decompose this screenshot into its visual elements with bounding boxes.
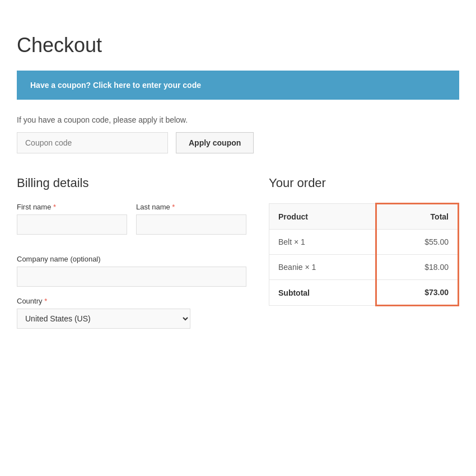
country-select[interactable]: United States (US) (17, 309, 190, 329)
last-name-group: Last name * (136, 203, 246, 235)
order-item-name-1: Beanie × 1 (269, 255, 376, 280)
order-item-price-0: $55.00 (376, 230, 459, 255)
country-required: * (44, 297, 47, 305)
subtotal-value: $73.00 (376, 280, 459, 306)
order-item-price-1: $18.00 (376, 255, 459, 280)
order-section: Your order Product Total Belt × 1 $55.00… (269, 176, 459, 339)
last-name-required: * (172, 203, 175, 211)
name-row: First name * Last name * (17, 203, 246, 245)
country-group: Country * United States (US) (17, 297, 246, 329)
order-item-row: Belt × 1 $55.00 (269, 230, 459, 255)
coupon-description: If you have a coupon code, please apply … (17, 115, 459, 124)
page-title: Checkout (17, 34, 459, 57)
first-name-group: First name * (17, 203, 127, 235)
company-input[interactable] (17, 267, 246, 287)
first-name-required: * (53, 203, 56, 211)
subtotal-label: Subtotal (269, 280, 376, 306)
total-col-header: Total (376, 204, 459, 230)
company-label: Company name (optional) (17, 255, 246, 263)
order-section-title: Your order (269, 176, 459, 190)
first-name-label: First name * (17, 203, 127, 211)
billing-section-title: Billing details (17, 176, 246, 190)
apply-coupon-button[interactable]: Apply coupon (176, 132, 254, 153)
order-table-header: Product Total (269, 204, 459, 230)
coupon-code-input[interactable] (17, 132, 168, 153)
billing-section: Billing details First name * Last name *… (17, 176, 246, 339)
company-group: Company name (optional) (17, 255, 246, 287)
coupon-banner-text: Have a coupon? Click here to enter your … (30, 81, 201, 90)
product-col-header: Product (269, 204, 376, 230)
order-table: Product Total Belt × 1 $55.00 Beanie × 1… (269, 203, 459, 306)
coupon-banner[interactable]: Have a coupon? Click here to enter your … (17, 71, 459, 100)
subtotal-row: Subtotal $73.00 (269, 280, 459, 306)
country-label: Country * (17, 297, 246, 305)
order-item-row: Beanie × 1 $18.00 (269, 255, 459, 280)
order-item-name-0: Belt × 1 (269, 230, 376, 255)
coupon-section: If you have a coupon code, please apply … (17, 115, 459, 153)
order-items-body: Belt × 1 $55.00 Beanie × 1 $18.00 (269, 230, 459, 280)
first-name-input[interactable] (17, 214, 127, 235)
last-name-label: Last name * (136, 203, 246, 211)
last-name-input[interactable] (136, 214, 246, 235)
coupon-input-row: Apply coupon (17, 132, 459, 153)
main-content: Billing details First name * Last name *… (17, 176, 459, 339)
